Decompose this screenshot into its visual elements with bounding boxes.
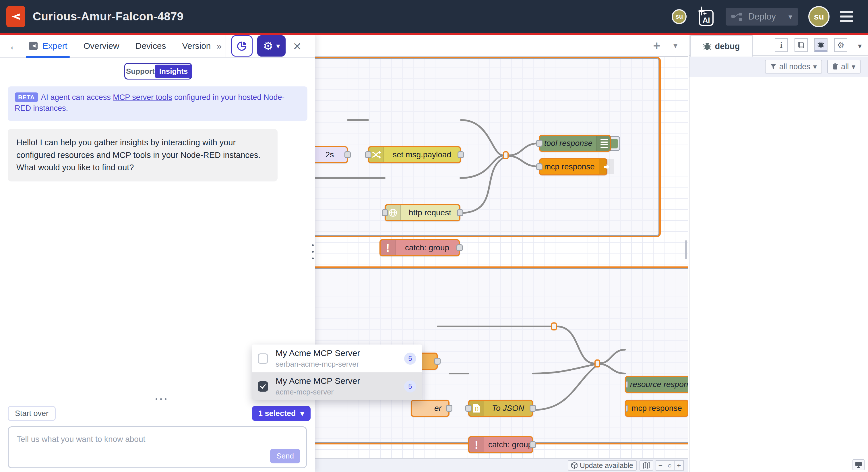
debug-filter-button[interactable]: all nodes ▾ [765,60,822,73]
node-label: 2s [315,150,347,159]
checkbox-unchecked[interactable] [258,353,268,364]
node-output-port[interactable] [458,151,464,158]
node-input-port[interactable] [365,151,371,158]
list-icon [596,136,611,151]
back-arrow-icon[interactable]: ← [9,40,20,53]
node-input-port[interactable] [536,164,542,170]
node-output-port[interactable] [457,209,463,216]
tab-version[interactable]: Version [182,41,211,51]
node-input-port[interactable] [465,405,472,412]
wire-junction[interactable] [594,359,600,367]
node-http-request[interactable]: http request [384,204,460,222]
wire-junction[interactable] [503,151,508,159]
monitor-icon [855,462,862,468]
flowfuse-logo[interactable] [6,6,25,27]
chevron-down-icon: ▾ [276,42,280,50]
wire-junction[interactable] [551,322,557,330]
node-label: catch: group [396,243,459,253]
node-input-port[interactable] [382,209,388,216]
node-input-port[interactable] [625,405,628,412]
zoom-reset-button[interactable]: ○ [665,460,675,471]
node-output-port[interactable] [456,244,463,251]
selected-count-label: 1 selected [258,409,296,418]
header-bar: Curious-Amur-Falcon-4879 su AI Deploy ▾ … [0,0,868,33]
deploy-icon [732,12,743,21]
tab-expert[interactable]: Expert [28,41,67,51]
flow-canvas[interactable]: 2s set msg.payload tool response mcp res… [315,35,688,472]
debug-filter-label: all nodes [779,62,810,71]
pie-chart-icon [236,40,248,52]
node-catch[interactable]: ! catch: group [379,239,460,256]
node-output-port[interactable] [530,405,536,412]
start-over-button[interactable]: Start over [8,406,56,421]
mcp-server-option[interactable]: My Acme MCP Server acme-mcp-server 5 [252,373,422,400]
mcp-server-tools-link[interactable]: MCP server tools [113,93,172,101]
node-partial[interactable]: er [411,400,450,417]
chevron-down-icon: ▾ [813,63,817,70]
ai-assistant-button[interactable]: AI [697,6,715,27]
mcp-server-name: My Acme MCP Server [276,348,404,358]
deploy-caret-icon[interactable]: ▾ [788,13,792,20]
close-icon[interactable]: × [293,38,301,54]
node-output-port[interactable] [446,405,453,412]
config-tab-button[interactable]: ⚙ [834,38,847,52]
tab-devices[interactable]: Devices [135,41,166,51]
trash-icon [832,63,838,70]
node-inject[interactable]: 2s [315,146,348,164]
navigator-button[interactable] [640,460,653,471]
node-link-out-mcp-response[interactable]: mcp response [539,158,608,175]
zoom-out-button[interactable]: − [656,460,665,471]
tabs-overflow-icon[interactable]: » [217,41,222,51]
collaborator-avatar[interactable]: su [672,9,687,24]
chevron-down-icon: ▾ [301,410,304,417]
tab-overview[interactable]: Overview [84,41,119,51]
node-output-port[interactable] [530,441,536,448]
node-catch-2[interactable]: ! catch: group [468,436,533,453]
flow-list-button[interactable]: ▾ [673,41,677,50]
insights-toggle-option[interactable]: Insights [155,65,193,78]
chevron-down-icon: ▾ [851,63,856,70]
deploy-button[interactable]: Deploy ▾ [725,8,798,26]
resize-handle-dots[interactable] [156,398,166,400]
debug-clear-button[interactable]: all ▾ [827,60,861,73]
exclamation-icon: ! [381,240,396,255]
node-to-json[interactable]: {} To JSON [468,400,533,417]
flow-tab-strip: + ▾ [315,35,688,57]
help-tab-button[interactable] [795,38,808,52]
checkbox-checked[interactable] [258,381,268,392]
zoom-in-button[interactable]: + [674,460,684,471]
node-output-port[interactable] [344,151,351,158]
node-label: set msg.payload [384,150,460,159]
node-output-port[interactable] [434,358,441,365]
hamburger-menu-icon[interactable] [840,11,853,22]
canvas-scrollbar[interactable] [685,240,687,259]
panel-resize-handle[interactable] [312,244,314,259]
tab-debug[interactable]: debug [690,35,753,57]
selected-servers-button[interactable]: 1 selected ▾ [252,406,311,421]
funnel-icon [770,63,776,70]
send-button[interactable]: Send [270,449,300,463]
mcp-server-name: My Acme MCP Server [276,376,404,386]
node-link-out-mcp-response-2[interactable]: mcp response [625,400,688,417]
support-toggle-option[interactable]: Support [126,67,155,76]
node-change[interactable]: set msg.payload [368,146,461,164]
sidebar-menu-caret[interactable]: ▾ [858,41,862,51]
node-input-port[interactable] [536,140,542,147]
info-tab-button[interactable]: i [775,38,788,52]
tool-count-badge: 5 [404,353,416,365]
node-debug-tool-response[interactable]: tool response [539,135,611,152]
assistant-settings-button[interactable]: ⚙ ▾ [257,35,286,57]
debug-popout-button[interactable] [852,460,865,470]
usage-pie-button[interactable] [231,35,253,57]
mcp-server-option[interactable]: My Acme MCP Server serban-acme-mcp-serve… [252,345,422,373]
debug-tab-button[interactable] [814,38,828,52]
update-available-button[interactable]: Update available [568,460,637,471]
user-avatar[interactable]: su [808,6,830,27]
banner-text-before: AI agent can access [41,93,113,101]
prompt-input[interactable] [9,427,306,467]
map-icon [643,462,650,469]
add-flow-button[interactable]: + [653,39,660,53]
mode-toggle[interactable]: Support Insights [124,63,192,80]
node-debug-resource-response[interactable]: resource response [625,376,688,393]
node-input-port[interactable] [625,381,628,388]
